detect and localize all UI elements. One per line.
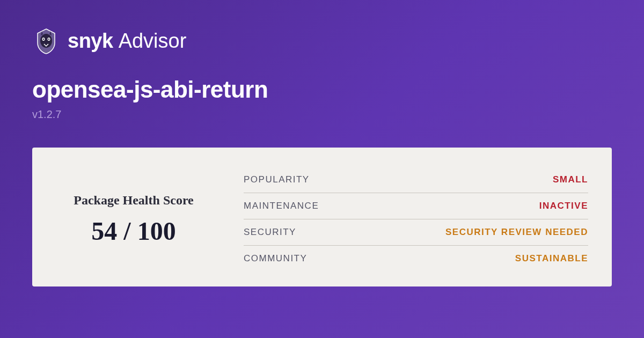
svg-point-3 <box>43 39 44 40</box>
metric-label: SECURITY <box>244 227 296 238</box>
metrics-list: POPULARITY SMALL MAINTENANCE INACTIVE SE… <box>244 167 588 271</box>
metric-value: SECURITY REVIEW NEEDED <box>445 227 588 238</box>
brand-light: Advisor <box>119 30 187 53</box>
metric-row: POPULARITY SMALL <box>244 167 588 193</box>
metric-value: SUSTAINABLE <box>515 253 588 264</box>
metric-value: INACTIVE <box>539 201 588 211</box>
health-card: Package Health Score 54 / 100 POPULARITY… <box>32 148 612 286</box>
score-label: Package Health Score <box>74 193 194 208</box>
score-section: Package Health Score 54 / 100 <box>56 167 217 271</box>
score-value: 54 / 100 <box>91 216 175 246</box>
metric-row: COMMUNITY SUSTAINABLE <box>244 246 588 271</box>
snyk-logo-icon <box>32 27 60 55</box>
brand-bold: snyk <box>68 30 113 53</box>
svg-point-4 <box>48 39 49 40</box>
metric-value: SMALL <box>553 174 588 185</box>
metric-row: SECURITY SECURITY REVIEW NEEDED <box>244 219 588 246</box>
metric-label: MAINTENANCE <box>244 201 319 211</box>
metric-label: POPULARITY <box>244 174 310 185</box>
metric-label: COMMUNITY <box>244 253 307 264</box>
metric-row: MAINTENANCE INACTIVE <box>244 193 588 219</box>
header: snyk Advisor <box>32 27 612 55</box>
package-version: v1.2.7 <box>32 108 612 121</box>
brand-text: snyk Advisor <box>68 30 186 53</box>
package-name: opensea-js-abi-return <box>32 76 612 103</box>
